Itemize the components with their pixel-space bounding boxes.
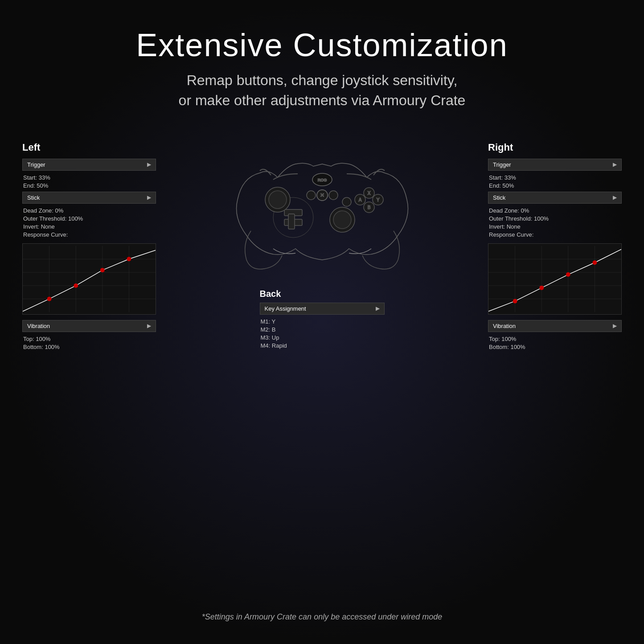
right-stick-label: Stick bbox=[493, 194, 505, 201]
svg-text:A: A bbox=[358, 197, 361, 202]
right-trigger-end: End: 50% bbox=[488, 182, 622, 189]
left-panel: Left Trigger ▶ Start: 33% End: 50% Stick… bbox=[18, 137, 160, 356]
svg-point-28 bbox=[307, 191, 316, 200]
right-invert: Invert: None bbox=[488, 223, 622, 230]
controller-image: A X B Y ROG ✕ bbox=[229, 137, 416, 280]
right-top: Top: 100% bbox=[488, 336, 622, 342]
svg-text:✕: ✕ bbox=[320, 192, 324, 198]
right-vibration-dropdown[interactable]: Vibration ▶ bbox=[488, 320, 622, 332]
left-invert: Invert: None bbox=[22, 223, 156, 230]
center-area: A X B Y ROG ✕ bbox=[160, 137, 484, 350]
right-panel-title: Right bbox=[488, 142, 622, 153]
right-dead-zone: Dead Zone: 0% bbox=[488, 207, 622, 214]
svg-rect-15 bbox=[288, 214, 295, 229]
right-bottom: Bottom: 100% bbox=[488, 344, 622, 350]
svg-text:X: X bbox=[367, 191, 370, 196]
main-title: Extensive Customization bbox=[136, 27, 508, 63]
right-response-curve-chart bbox=[488, 243, 622, 315]
left-trigger-arrow: ▶ bbox=[147, 161, 151, 168]
left-trigger-start: Start: 33% bbox=[22, 174, 156, 181]
subtitle-line2: or make other adjustments via Armoury Cr… bbox=[179, 92, 466, 108]
svg-point-45 bbox=[539, 285, 544, 290]
left-vibration-label: Vibration bbox=[27, 323, 50, 329]
back-m2: M2: B bbox=[260, 326, 385, 333]
back-m3: M3: Up bbox=[260, 334, 385, 341]
footer-note: *Settings in Armoury Crate can only be a… bbox=[0, 612, 644, 622]
svg-point-9 bbox=[74, 283, 78, 288]
left-trigger-end: End: 50% bbox=[22, 182, 156, 189]
svg-point-46 bbox=[566, 272, 570, 277]
right-stick-dropdown[interactable]: Stick ▶ bbox=[488, 192, 622, 204]
subtitle-line1: Remap buttons, change joystick sensitivi… bbox=[187, 72, 458, 88]
back-m1: M1: Y bbox=[260, 318, 385, 325]
left-outer-threshold: Outer Threshold: 100% bbox=[22, 215, 156, 222]
svg-point-19 bbox=[333, 211, 351, 229]
right-vibration-arrow: ▶ bbox=[613, 323, 617, 329]
main-content: Extensive Customization Remap buttons, c… bbox=[0, 0, 644, 644]
left-bottom: Bottom: 100% bbox=[22, 344, 156, 350]
key-assignment-arrow: ▶ bbox=[376, 305, 380, 312]
svg-text:B: B bbox=[367, 205, 370, 210]
header: Extensive Customization Remap buttons, c… bbox=[136, 0, 508, 111]
svg-text:Y: Y bbox=[376, 197, 379, 202]
left-vibration-arrow: ▶ bbox=[147, 323, 151, 329]
left-panel-title: Left bbox=[22, 142, 156, 153]
back-m4: M4: Rapid bbox=[260, 342, 385, 349]
svg-point-44 bbox=[513, 299, 517, 303]
right-trigger-arrow: ▶ bbox=[613, 161, 617, 168]
svg-text:ROG: ROG bbox=[317, 178, 327, 182]
right-outer-threshold: Outer Threshold: 100% bbox=[488, 215, 622, 222]
svg-point-10 bbox=[100, 268, 105, 272]
right-trigger-label: Trigger bbox=[493, 161, 511, 168]
key-assignment-dropdown[interactable]: Key Assignment ▶ bbox=[260, 303, 385, 315]
right-stick-arrow: ▶ bbox=[613, 194, 617, 201]
right-panel: Right Trigger ▶ Start: 33% End: 50% Stic… bbox=[484, 137, 626, 356]
left-trigger-dropdown[interactable]: Trigger ▶ bbox=[22, 159, 156, 171]
left-trigger-label: Trigger bbox=[27, 161, 45, 168]
main-section: Left Trigger ▶ Start: 33% End: 50% Stick… bbox=[0, 137, 644, 356]
key-assignment-label: Key Assignment bbox=[265, 305, 306, 312]
svg-point-35 bbox=[342, 197, 351, 206]
svg-point-30 bbox=[329, 191, 338, 200]
left-response-curve: Response Curve: bbox=[22, 231, 156, 238]
left-stick-dropdown[interactable]: Stick ▶ bbox=[22, 192, 156, 204]
right-trigger-start: Start: 33% bbox=[488, 174, 622, 181]
left-stick-arrow: ▶ bbox=[147, 194, 151, 201]
right-vibration-label: Vibration bbox=[493, 323, 516, 329]
right-trigger-dropdown[interactable]: Trigger ▶ bbox=[488, 159, 622, 171]
subtitle: Remap buttons, change joystick sensitivi… bbox=[136, 70, 508, 111]
svg-point-11 bbox=[127, 257, 131, 261]
right-response-curve: Response Curve: bbox=[488, 231, 622, 238]
svg-point-17 bbox=[269, 191, 287, 209]
left-vibration-dropdown[interactable]: Vibration ▶ bbox=[22, 320, 156, 332]
svg-point-47 bbox=[592, 260, 597, 265]
left-dead-zone: Dead Zone: 0% bbox=[22, 207, 156, 214]
back-panel: Back Key Assignment ▶ M1: Y M2: B M3: Up… bbox=[260, 289, 385, 350]
back-panel-title: Back bbox=[260, 289, 385, 299]
svg-point-8 bbox=[47, 296, 52, 301]
left-stick-label: Stick bbox=[27, 194, 40, 201]
left-top: Top: 100% bbox=[22, 336, 156, 342]
left-response-curve-chart bbox=[22, 243, 156, 315]
